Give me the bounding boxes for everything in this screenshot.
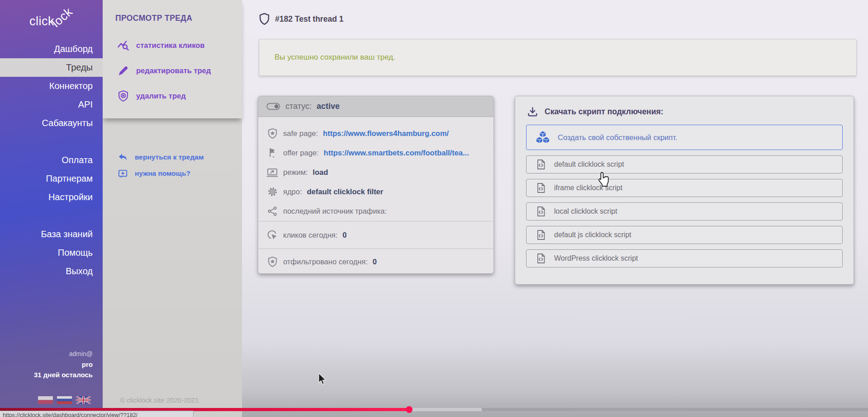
stats-icon <box>117 39 129 52</box>
mode-value: load <box>313 168 328 177</box>
download-icon <box>527 106 538 117</box>
row-label: safe page: <box>283 129 318 138</box>
download-card-title: Скачать скрипт подключения: <box>545 107 663 117</box>
offer-page-link[interactable]: https://www.smartbets.com/football/tea..… <box>324 149 469 157</box>
thread-status-card: статус: active safe page: https://www.fl… <box>258 96 494 274</box>
page-header: #182 Test thread 1 <box>259 13 343 25</box>
button-label: WordPress clicklock script <box>554 254 638 262</box>
flag-pin-icon <box>266 147 278 159</box>
shield-star-icon <box>266 128 278 140</box>
action-label: редактировать тред <box>136 66 211 75</box>
row-label: отфильтровано сегодня: <box>283 258 368 266</box>
default-js-clicklock-script-button[interactable]: default js clicklock script <box>526 226 843 244</box>
file-code-icon <box>536 253 546 264</box>
account-info: admin@ pro 31 дней осталось <box>34 349 93 380</box>
row-label: ядро: <box>283 187 302 196</box>
action-label: статистика кликов <box>136 41 204 50</box>
thread-actions-panel: ПРОСМОТР ТРЕДА статистика кликов <box>103 0 242 118</box>
clicklock-logo[interactable]: click lock <box>28 3 96 34</box>
page-title: #182 Test thread 1 <box>275 14 343 24</box>
submenu-title: ПРОСМОТР ТРЕДА <box>115 14 192 23</box>
link-need-help[interactable]: нужна помощь? <box>103 165 242 182</box>
status-row-mode: режим: load <box>258 163 493 182</box>
safe-page-link[interactable]: https://www.flowers4hamburg.com/ <box>323 129 449 138</box>
file-code-icon <box>536 230 546 240</box>
language-flags <box>38 396 91 404</box>
sidebar-item-subaccounts[interactable]: Сабакаунты <box>0 114 103 132</box>
wordpress-clicklock-script-button[interactable]: WordPress clicklock script <box>526 249 843 267</box>
link-label: вернуться к тредам <box>135 153 204 161</box>
copyright-text: © clicklock.site 2020-2021 <box>120 396 199 404</box>
action-delete-thread[interactable]: удалить тред <box>103 83 242 108</box>
status-card-header: статус: active <box>258 96 493 117</box>
download-card-header: Скачать скрипт подключения: <box>515 96 854 117</box>
action-edit-thread[interactable]: редактировать тред <box>103 58 242 83</box>
file-code-icon <box>536 206 546 217</box>
sidebar-item-api[interactable]: API <box>0 95 103 114</box>
button-label: iframe clicklock script <box>554 184 622 192</box>
russia-flag[interactable] <box>57 396 72 404</box>
sidebar-item-knowledge-base[interactable]: База знаний <box>0 225 103 244</box>
sidebar: click lock Дашборд Треды Коннектор API С… <box>0 0 103 417</box>
row-label: режим: <box>283 168 308 177</box>
local-clicklock-script-button[interactable]: local clicklock script <box>526 202 843 220</box>
cubes-icon <box>536 131 550 144</box>
iframe-clicklock-script-button[interactable]: iframe clicklock script <box>526 179 843 197</box>
sidebar-item-connector[interactable]: Коннектор <box>0 77 103 95</box>
file-code-icon <box>536 183 546 193</box>
button-label: default clicklock script <box>554 160 624 169</box>
help-chat-icon <box>117 168 128 179</box>
account-email: admin@ <box>34 349 93 359</box>
share-icon <box>266 206 278 217</box>
sidebar-item-settings[interactable]: Настройки <box>0 188 103 206</box>
gear-icon <box>266 186 278 198</box>
action-label: удалить тред <box>136 92 186 100</box>
sidebar-nav: Дашборд Треды Коннектор API Сабакаунты О… <box>0 40 103 281</box>
action-click-statistics[interactable]: статистика кликов <box>103 33 242 58</box>
video-progress-handle[interactable] <box>406 406 413 413</box>
alert-message: Вы успешно сохранили ваш тред. <box>275 53 395 62</box>
status-label: статус: <box>285 102 312 111</box>
status-row-filtered-today: отфильтровано сегодня: 0 <box>258 249 493 275</box>
status-row-clicks-today: кликов сегодня: 0 <box>258 221 493 248</box>
shield-x-icon <box>117 90 129 102</box>
row-label: последний источник трафика: <box>283 207 387 216</box>
sidebar-item-partners[interactable]: Партнерам <box>0 169 103 188</box>
sidebar-item-help[interactable]: Помощь <box>0 244 103 262</box>
status-row-core: ядро: default clicklock filter <box>258 182 493 201</box>
create-own-script-button[interactable]: Создать свой собственный скрипт. <box>526 125 843 150</box>
account-days-left: 31 дней осталось <box>34 370 93 380</box>
success-alert: Вы успешно сохранили ваш тред. <box>259 39 857 76</box>
thread-submenu-panel: ПРОСМОТР ТРЕДА статистика кликов <box>103 0 242 417</box>
sidebar-item-payment[interactable]: Оплата <box>0 151 103 169</box>
undo-icon <box>117 152 128 163</box>
button-label: local clicklock script <box>554 207 617 216</box>
core-value: default clicklock filter <box>307 187 384 196</box>
link-back-to-threads[interactable]: вернуться к тредам <box>103 149 242 165</box>
account-plan: pro <box>34 359 93 370</box>
shield-icon <box>259 13 270 25</box>
sidebar-item-logout[interactable]: Выход <box>0 262 103 281</box>
sidebar-item-dashboard[interactable]: Дашборд <box>0 40 103 58</box>
sidebar-spacer <box>0 206 103 225</box>
status-bar-url-tooltip: https://clicklock.site/dashboard/connect… <box>0 411 194 417</box>
row-label: кликов сегодня: <box>283 231 337 239</box>
status-row-last-traffic-source: последний источник трафика: <box>258 201 493 221</box>
status-row-safe-page: safe page: https://www.flowers4hamburg.c… <box>258 124 493 143</box>
sidebar-spacer <box>0 132 103 151</box>
poland-flag[interactable] <box>38 396 53 404</box>
main-content: #182 Test thread 1 Вы успешно сохранили … <box>242 0 868 417</box>
uk-flag[interactable] <box>76 396 91 404</box>
cursor-click-icon <box>266 229 278 241</box>
pencil-icon <box>117 65 129 77</box>
filtered-today-value: 0 <box>373 258 377 266</box>
sidebar-item-threads[interactable]: Треды <box>0 58 103 77</box>
toggle-icon <box>266 103 280 110</box>
link-label: нужна помощь? <box>135 169 190 178</box>
clicks-today-value: 0 <box>342 231 346 239</box>
row-label: offer page: <box>283 149 319 157</box>
status-row-offer-page: offer page: https://www.smartbets.com/fo… <box>258 143 493 163</box>
shield-star-icon <box>266 256 278 268</box>
download-script-card: Скачать скрипт подключения: Создать свой… <box>515 96 854 285</box>
default-clicklock-script-button[interactable]: default clicklock script <box>526 155 843 173</box>
